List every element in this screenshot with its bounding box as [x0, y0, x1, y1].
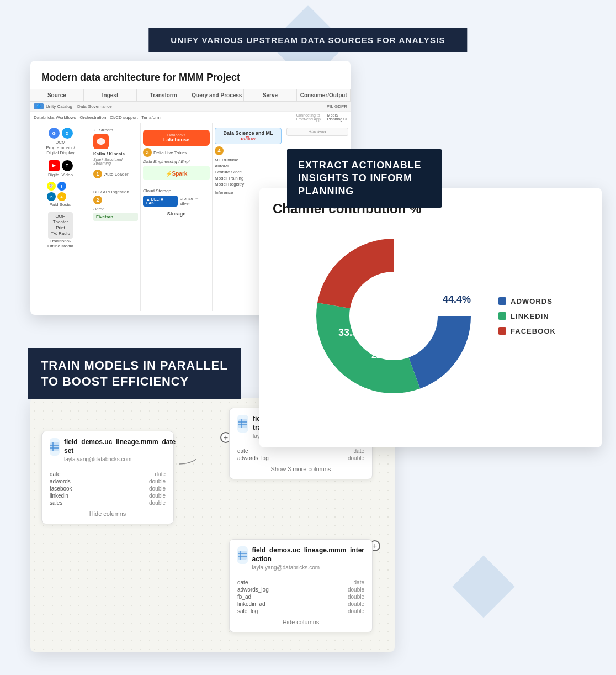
source-col: G D DCM Programmatic/Digital Display ▶ T… [30, 123, 91, 311]
svg-rect-4 [238, 419, 247, 428]
step2-badge: 2 [93, 196, 102, 204]
col-sales: salesdouble [50, 500, 166, 506]
int-col-fb: fb_addouble [237, 594, 364, 600]
donut-chart: 33.3% 44.4% 22% [305, 228, 482, 404]
chart-area: 33.3% 44.4% 22% ADWORDS LINKEDIN FACEBOO… [273, 228, 588, 404]
architecture-title: Modern data architecture for MMM Project [30, 61, 351, 89]
table-icon-interaction [237, 546, 248, 564]
facebook-dot [498, 327, 506, 335]
spark-label: Spark Structured Streaming [93, 157, 138, 165]
donut-svg [305, 228, 482, 404]
storage-label: Storage [143, 209, 210, 217]
top-banner: UNIFY VARIOUS UPSTREAM DATA SOURCES FOR … [148, 28, 467, 52]
linkedin-dot [498, 312, 506, 320]
col-date: datedate [50, 471, 166, 477]
legend-linkedin: LINKEDIN [498, 312, 556, 320]
ds-ml-box: Data Science and MLmlflow [215, 128, 282, 144]
log-col-adwords: adwords_logdouble [237, 455, 364, 461]
spark-icon: ⚡Spark [143, 166, 210, 180]
int-col-linkedin: linkedin_addouble [237, 601, 364, 607]
databricks-icon [93, 134, 109, 149]
feature-store-label: Feature Store [215, 170, 282, 175]
source-dcm: G D DCM Programmatic/Digital Display [34, 128, 87, 156]
table-icon-main [50, 438, 60, 456]
col-facebook: facebookdouble [50, 486, 166, 492]
fivetran-label: Fivetran [93, 213, 138, 221]
bulk-api-label: Bulk API Ingestion [93, 189, 138, 194]
main-dataset-title: field_demos.uc_lineage.mmm_dateset [64, 438, 176, 455]
batch-label: Batch [93, 207, 138, 212]
col-ingest: Ingest [84, 89, 137, 101]
chart-legend: ADWORDS LINKEDIN FACEBOOK [498, 297, 556, 335]
delta-lake-logo: ▲ DELTA LAKE [143, 196, 178, 207]
insights-banner: EXTRACT ACTIONABLE INSIGHTS TO INFORM PL… [287, 149, 442, 208]
train-banner-text: TRAIN MODELS IN PARALLELTO BOOST EFFICIE… [41, 358, 227, 388]
adwords-label: ADWORDS [511, 297, 553, 305]
bronze-silver: bronze → silver [180, 196, 210, 207]
int-col-adwords: adwords_logdouble [237, 587, 364, 593]
cloud-storage-label: Cloud Storage [143, 188, 210, 193]
ml-runtime-label: ML Runtime [215, 157, 282, 162]
legend-adwords: ADWORDS [498, 297, 556, 305]
tableau-label: +tableau [286, 128, 348, 136]
train-banner: TRAIN MODELS IN PARALLELTO BOOST EFFICIE… [28, 348, 241, 399]
step3-badge: 3 [143, 148, 152, 157]
workflows-label: Databricks Workflows Orchestration CI/CD… [34, 115, 161, 120]
interaction-title: field_demos.uc_lineage.mmm_interaction [252, 546, 364, 563]
hide-columns-main[interactable]: Hide columns [50, 510, 166, 517]
col-linkedin: linkedindouble [50, 493, 166, 499]
col-adwords: adwordsdouble [50, 478, 166, 484]
connecting-label: Connecting toFront-end App [296, 113, 320, 121]
media-label: MediaPlanning UI [327, 113, 347, 121]
linkedin-label: LINKEDIN [511, 312, 549, 320]
source-video: ▶ T Digital Video [34, 160, 87, 178]
insights-text: EXTRACT ACTIONABLE INSIGHTS TO INFORM PL… [298, 160, 422, 197]
node-main-dataset: field_demos.uc_lineage.mmm_dateset layla… [41, 431, 174, 524]
step4-badge: 4 [215, 146, 224, 155]
donut-hole [352, 275, 435, 357]
dcm-label: DCM [55, 140, 65, 145]
workflows-row: Databricks Workflows Orchestration CI/CD… [30, 112, 351, 123]
arch-header: Source Ingest Transform Query and Proces… [30, 89, 351, 102]
col-source: Source [30, 89, 84, 101]
model-training-label: Model Training [215, 176, 282, 181]
label-facebook-pct: 22% [371, 350, 389, 360]
model-registry-label: Model Registry [215, 182, 282, 187]
top-banner-text: UNIFY VARIOUS UPSTREAM DATA SOURCES FOR … [171, 35, 445, 45]
data-eng-label: Data Engineering / Engi [143, 159, 210, 164]
delta-live-label: Delta Live Tables [153, 150, 187, 155]
ingest-col: ← Stream Kafka / Kinesis Spark Structure… [91, 123, 141, 311]
auto-loader-label: Auto Loader [104, 172, 129, 177]
show-more-log[interactable]: Show 3 more columns [237, 466, 364, 472]
legend-facebook: FACEBOOK [498, 327, 556, 335]
source-social: 👻 f in A Paid Social [34, 182, 87, 208]
automl-label: AutoML [215, 164, 282, 168]
log-col-date: datedate [237, 448, 364, 454]
diamond-bottom-right [452, 555, 514, 618]
col-consumer: Consumer/Output [297, 89, 351, 101]
step1-badge: 1 [93, 170, 102, 178]
governance-row: 🔷 Unity Catalog Data Governance PII, GDP… [30, 102, 351, 112]
int-col-date: datedate [237, 579, 364, 586]
adwords-dot [498, 297, 506, 305]
pii-label: PII, GDPR [327, 104, 347, 109]
int-col-sale: sale_logdouble [237, 608, 364, 614]
interaction-email: layla.yang@databricks.com [252, 565, 364, 571]
source-offline: OOHTheaterPrintTV, Radio Traditional/Off… [34, 212, 87, 249]
table-icon-log [237, 415, 248, 433]
transform-col: Databricks Lakehouse 3 Delta Live Tables… [141, 123, 213, 311]
chart-card: Channel contribution % [259, 188, 602, 447]
svg-rect-8 [238, 551, 247, 560]
svg-rect-0 [50, 442, 59, 451]
col-transform: Transform [137, 89, 190, 101]
databricks-lakehouse: Databricks Lakehouse [143, 130, 210, 146]
main-dataset-email: layla.yang@databricks.com [64, 456, 176, 462]
col-query: Query and Process [190, 89, 244, 101]
governance-label: Unity Catalog Data Governance [46, 104, 112, 109]
facebook-label: FACEBOOK [511, 327, 556, 335]
node-interaction: field_demos.uc_lineage.mmm_interaction l… [229, 539, 373, 632]
stream-label: ← Stream [93, 128, 138, 133]
hide-columns-int[interactable]: Hide columns [237, 619, 364, 625]
col-serve: Serve [244, 89, 298, 101]
label-linkedin-pct: 33.3% [338, 327, 367, 339]
